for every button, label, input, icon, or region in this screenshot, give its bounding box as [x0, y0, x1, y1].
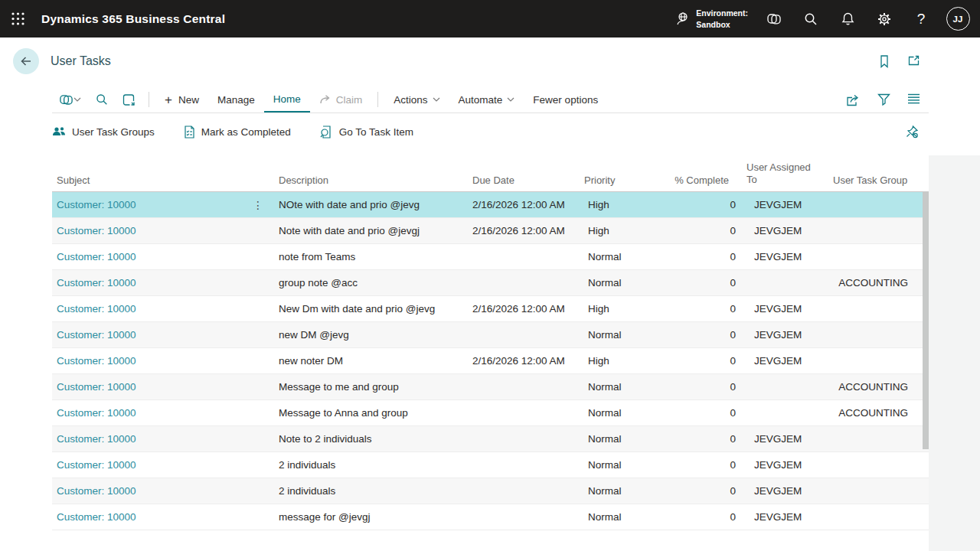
cell-priority[interactable]: Normal: [579, 251, 663, 262]
cell-percent-complete[interactable]: 0: [663, 277, 737, 289]
subject-link[interactable]: Customer: 10000: [57, 381, 136, 393]
subject-link[interactable]: Customer: 10000: [57, 303, 136, 315]
table-row[interactable]: Customer: 10000 ⋮ message for @jevgj Nor…: [52, 504, 929, 530]
claim-button[interactable]: Claim: [310, 86, 372, 112]
cell-user-assigned-to[interactable]: JEVGJEM: [737, 355, 823, 367]
cell-percent-complete[interactable]: 0: [663, 303, 737, 315]
manage-button[interactable]: Manage: [208, 86, 264, 112]
subject-link[interactable]: Customer: 10000: [57, 277, 136, 289]
cell-user-assigned-to[interactable]: JEVGJEM: [737, 511, 823, 523]
subject-link[interactable]: Customer: 10000: [57, 433, 136, 445]
cell-description[interactable]: New Dm with date and prio @jevg: [274, 303, 467, 315]
column-header-subject[interactable]: Subject: [52, 174, 274, 186]
table-row[interactable]: Customer: 10000 ⋮ group note @acc Normal…: [52, 270, 929, 296]
vertical-scrollbar[interactable]: [923, 192, 929, 449]
bookmark-button[interactable]: [870, 47, 899, 76]
subject-link[interactable]: Customer: 10000: [57, 329, 136, 341]
cell-percent-complete[interactable]: 0: [663, 381, 737, 393]
account-button[interactable]: JJ: [939, 0, 976, 37]
table-row[interactable]: Customer: 10000 ⋮ 2 individuals Normal 0…: [52, 478, 929, 504]
copilot-menu-button[interactable]: [52, 86, 88, 112]
notifications-button[interactable]: [829, 0, 866, 37]
cell-percent-complete[interactable]: 0: [663, 225, 737, 236]
cell-user-task-group[interactable]: ACCOUNTING: [823, 407, 929, 419]
cell-priority[interactable]: Normal: [579, 381, 663, 393]
table-row[interactable]: Customer: 10000 ⋮ Message to me and grou…: [52, 374, 929, 400]
cell-percent-complete[interactable]: 0: [663, 459, 737, 471]
cell-user-assigned-to[interactable]: JEVGJEM: [737, 329, 823, 341]
help-button[interactable]: ?: [903, 0, 939, 37]
cell-description[interactable]: new noter DM: [274, 355, 467, 367]
cell-description[interactable]: Note with date and prio @jevgj: [274, 225, 467, 236]
cell-priority[interactable]: High: [579, 225, 663, 236]
table-row[interactable]: Customer: 10000 ⋮ New Dm with date and p…: [52, 296, 929, 322]
subject-link[interactable]: Customer: 10000: [57, 251, 136, 262]
cell-percent-complete[interactable]: 0: [663, 329, 737, 341]
table-row[interactable]: Customer: 10000 ⋮ new noter DM 2/16/2026…: [52, 348, 929, 374]
table-row[interactable]: Customer: 10000 ⋮ Message to Anna and gr…: [52, 400, 929, 426]
subject-link[interactable]: Customer: 10000: [57, 485, 136, 497]
mark-as-completed-button[interactable]: Mark as Completed: [184, 126, 291, 139]
settings-button[interactable]: [866, 0, 903, 37]
home-tab[interactable]: Home: [264, 86, 310, 112]
cell-description[interactable]: 2 individuals: [274, 485, 467, 497]
cell-description[interactable]: NOte with date and prio @jevg: [274, 199, 467, 210]
fewer-options-button[interactable]: Fewer options: [524, 86, 607, 112]
cell-percent-complete[interactable]: 0: [663, 485, 737, 497]
column-header-description[interactable]: Description: [274, 174, 467, 186]
cell-user-assigned-to[interactable]: JEVGJEM: [737, 433, 823, 445]
cell-user-assigned-to[interactable]: JEVGJEM: [737, 459, 823, 471]
cell-description[interactable]: note from Teams: [274, 251, 467, 262]
column-header-user-task-group[interactable]: User Task Group: [823, 174, 929, 186]
cell-percent-complete[interactable]: 0: [663, 511, 737, 523]
cell-user-assigned-to[interactable]: JEVGJEM: [737, 485, 823, 497]
cell-user-assigned-to[interactable]: JEVGJEM: [737, 303, 823, 315]
cell-priority[interactable]: Normal: [579, 277, 663, 289]
user-task-groups-button[interactable]: User Task Groups: [52, 126, 155, 138]
subject-link[interactable]: Customer: 10000: [57, 511, 136, 523]
cell-percent-complete[interactable]: 0: [663, 251, 737, 262]
cell-percent-complete[interactable]: 0: [663, 433, 737, 445]
cell-user-task-group[interactable]: ACCOUNTING: [823, 277, 929, 289]
new-button[interactable]: + New: [155, 86, 208, 112]
cell-user-assigned-to[interactable]: JEVGJEM: [737, 199, 823, 210]
share-button[interactable]: [838, 93, 869, 106]
table-row[interactable]: Customer: 10000 ⋮ Note to 2 individuals …: [52, 426, 929, 452]
column-header-user-assigned-to[interactable]: User Assigned To: [737, 161, 823, 186]
cell-priority[interactable]: Normal: [579, 511, 663, 523]
column-header-priority[interactable]: Priority: [579, 174, 663, 186]
filter-button[interactable]: [869, 93, 899, 106]
open-in-new-window-button[interactable]: [899, 47, 928, 76]
cell-user-task-group[interactable]: ACCOUNTING: [823, 381, 929, 393]
table-row[interactable]: Customer: 10000 ⋮ NOte with date and pri…: [52, 192, 929, 218]
cell-percent-complete[interactable]: 0: [663, 407, 737, 419]
column-header-percent-complete[interactable]: % Complete: [663, 174, 737, 186]
cell-description[interactable]: new DM @jevg: [274, 329, 467, 341]
cell-priority[interactable]: High: [579, 303, 663, 315]
cell-due-date[interactable]: 2/16/2026 12:00 AM: [467, 199, 579, 210]
search-button[interactable]: [792, 0, 829, 37]
analyze-button[interactable]: [116, 86, 142, 112]
cell-user-assigned-to[interactable]: JEVGJEM: [737, 251, 823, 262]
copilot-button[interactable]: [756, 0, 792, 37]
cell-priority[interactable]: Normal: [579, 485, 663, 497]
cell-percent-complete[interactable]: 0: [663, 355, 737, 367]
back-button[interactable]: [13, 48, 39, 74]
automate-menu-button[interactable]: Automate: [449, 86, 524, 112]
cell-user-assigned-to[interactable]: JEVGJEM: [737, 225, 823, 236]
table-row[interactable]: Customer: 10000 ⋮ note from Teams Normal…: [52, 244, 929, 270]
table-row[interactable]: Customer: 10000 ⋮ Note with date and pri…: [52, 218, 929, 244]
go-to-task-item-button[interactable]: Go To Task Item: [320, 126, 413, 139]
table-row[interactable]: Customer: 10000 ⋮ new DM @jevg Normal 0 …: [52, 322, 929, 348]
subject-link[interactable]: Customer: 10000: [57, 199, 136, 210]
unpin-action-bar-button[interactable]: [905, 125, 929, 139]
cell-description[interactable]: Message to Anna and group: [274, 407, 467, 419]
app-title[interactable]: Dynamics 365 Business Central: [41, 12, 225, 26]
cell-due-date[interactable]: 2/16/2026 12:00 AM: [467, 225, 579, 236]
cell-priority[interactable]: Normal: [579, 459, 663, 471]
subject-link[interactable]: Customer: 10000: [57, 355, 136, 367]
subject-link[interactable]: Customer: 10000: [57, 225, 136, 236]
cell-description[interactable]: Note to 2 individuals: [274, 433, 467, 445]
cell-description[interactable]: Message to me and group: [274, 381, 467, 393]
cell-description[interactable]: 2 individuals: [274, 459, 467, 471]
